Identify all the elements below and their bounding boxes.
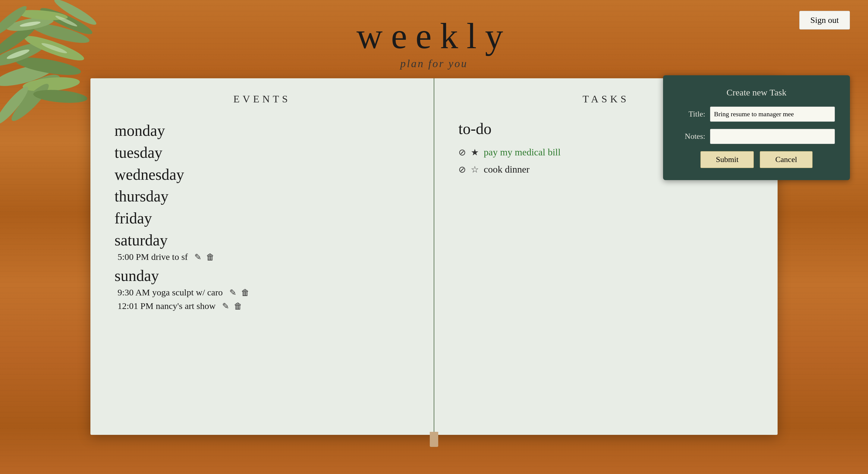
task-complete-icon-2: ⊘ [458, 164, 466, 175]
submit-button[interactable]: Submit [701, 151, 754, 168]
edit-event-sunday-2-button[interactable]: ✎ [221, 301, 230, 312]
delete-event-button[interactable]: 🗑 [206, 251, 215, 263]
delete-event-sunday-1-button[interactable]: 🗑 [241, 287, 250, 298]
day-thursday: thursday [115, 185, 410, 207]
notes-input[interactable] [710, 129, 835, 144]
day-saturday: saturday [115, 230, 410, 251]
delete-event-sunday-2-button[interactable]: 🗑 [233, 301, 243, 312]
event-saturday-1: 5:00 PM drive to sf ✎ 🗑 [118, 251, 410, 263]
day-monday: monday [115, 120, 410, 142]
notes-row: Notes: [678, 129, 835, 144]
day-sunday: sunday [115, 265, 410, 287]
day-wednesday: wednesday [115, 164, 410, 186]
app-title: weekly [0, 18, 868, 54]
title-row: Title: [678, 107, 835, 122]
event-time-sunday-2: 12:01 PM nancy's art show [118, 301, 216, 311]
event-icons: ✎ 🗑 [194, 251, 215, 263]
create-task-heading: Create new Task [678, 87, 835, 98]
event-icons-sunday-1: ✎ 🗑 [229, 287, 250, 298]
day-tuesday: tuesday [115, 142, 410, 164]
event-time-sunday-1: 9:30 AM yoga sculpt w/ caro [118, 287, 223, 298]
event-time: 5:00 PM drive to sf [118, 252, 188, 262]
day-friday: friday [115, 207, 410, 230]
event-sunday-1: 9:30 AM yoga sculpt w/ caro ✎ 🗑 [118, 287, 410, 298]
sign-out-button[interactable]: Sign out [799, 11, 850, 30]
app-subtitle: plan for you [0, 57, 868, 70]
form-buttons: Submit Cancel [678, 151, 835, 168]
header: weekly plan for you [0, 18, 868, 70]
event-icons-sunday-2: ✎ 🗑 [221, 301, 243, 312]
edit-event-button[interactable]: ✎ [194, 251, 202, 263]
notes-label: Notes: [678, 132, 705, 141]
notebook-spine [430, 432, 438, 447]
task-star-icon-1[interactable]: ★ [471, 147, 479, 158]
events-section-label: EVENTS [115, 93, 410, 105]
title-label: Title: [678, 110, 705, 118]
task-star-icon-2[interactable]: ☆ [471, 164, 479, 175]
edit-event-sunday-1-button[interactable]: ✎ [229, 287, 237, 298]
cancel-button[interactable]: Cancel [760, 151, 812, 168]
events-panel: EVENTS monday tuesday wednesday thursday… [90, 78, 434, 435]
title-input[interactable] [710, 107, 835, 122]
event-sunday-2: 12:01 PM nancy's art show ✎ 🗑 [118, 301, 410, 312]
task-complete-icon-1: ⊘ [458, 147, 466, 158]
create-task-panel: Create new Task Title: Notes: Submit Can… [663, 75, 850, 180]
